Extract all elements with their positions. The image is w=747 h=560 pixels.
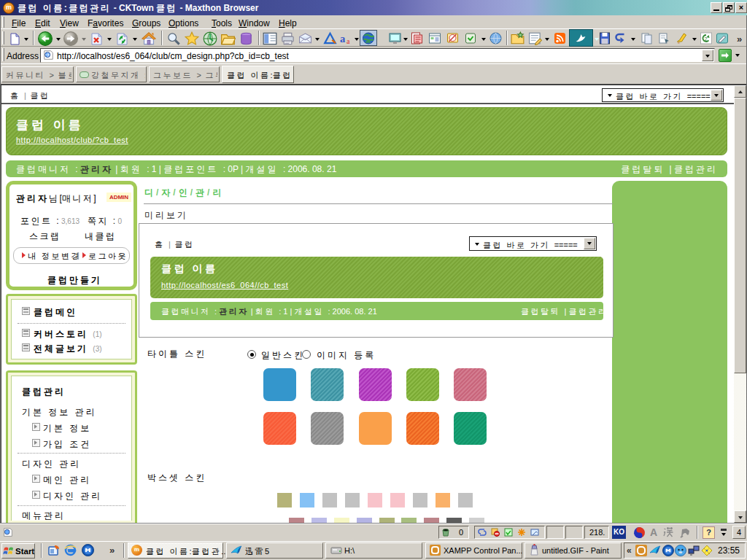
svg-text:a: a	[347, 37, 350, 45]
svg-text:a: a	[340, 33, 346, 44]
svg-text:2: 2	[705, 36, 708, 42]
